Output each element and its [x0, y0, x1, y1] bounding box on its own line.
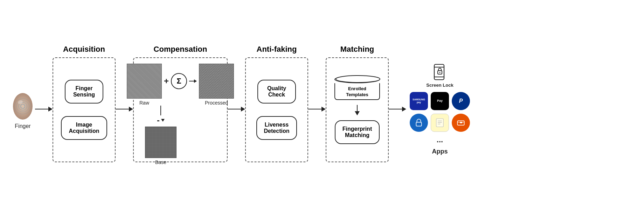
arrow-head — [48, 107, 53, 112]
antifaking-label: Anti-faking — [257, 45, 297, 54]
comp-upper: Raw + Σ — [127, 64, 234, 106]
fingerprint-matching-box: FingerprintMatching — [335, 120, 380, 144]
finger-label: Finger — [15, 123, 30, 129]
enrolled-label: EnrolledTemplates — [346, 86, 368, 98]
cylinder-body: EnrolledTemplates — [334, 83, 380, 100]
matching-stage: Matching EnrolledTemplates — [326, 45, 389, 162]
cylinder-top — [334, 76, 380, 83]
down-arrow-head — [355, 111, 360, 115]
down-arrow — [355, 105, 360, 115]
arrow-3 — [308, 107, 326, 112]
arrow-line — [35, 109, 48, 109]
secure-app-icon — [410, 114, 428, 132]
compensation-stage: Compensation Raw + — [133, 45, 228, 162]
arrow-line — [308, 109, 321, 109]
more-apps-dots: ... — [437, 135, 443, 144]
svg-point-11 — [439, 72, 440, 73]
processed-label: Processed — [205, 100, 228, 106]
main-diagram: Finger Acquisition FingerSensing ImageAc… — [0, 0, 644, 207]
base-image — [145, 127, 176, 158]
enrolled-templates-cylinder: EnrolledTemplates — [334, 76, 380, 100]
arrow-0 — [35, 107, 53, 112]
svg-point-0 — [13, 93, 33, 120]
matching-box: EnrolledTemplates FingerprintMatching — [326, 57, 389, 162]
samsung-pay-label: SAMSUNGpay — [413, 98, 425, 104]
svg-rect-13 — [436, 119, 443, 127]
second-apps-row — [410, 114, 470, 132]
apple-pay-icon: Pay — [431, 92, 449, 110]
wallet-app-icon — [452, 114, 470, 132]
arrow-2 — [228, 107, 245, 112]
plus-symbol: + — [164, 76, 169, 86]
image-acquisition-box: ImageAcquisition — [61, 116, 107, 140]
samsung-pay-icon: SAMSUNGpay — [410, 92, 428, 110]
svg-rect-7 — [434, 64, 444, 80]
arrow-line — [228, 109, 241, 109]
matching-label: Matching — [340, 45, 374, 54]
arrow-4 — [389, 107, 406, 112]
down-arrow-line — [357, 105, 358, 111]
arrow-line — [116, 109, 129, 109]
processed-image — [199, 64, 234, 99]
antifaking-stage: Anti-faking QualityCheck LivenessDetecti… — [245, 45, 308, 162]
notes-app-icon — [431, 114, 449, 132]
comp-inner: Raw + Σ — [138, 64, 223, 165]
svg-point-6 — [336, 76, 380, 83]
apps-section: Screen Lock SAMSUNGpay Pay P — [410, 63, 470, 155]
paypal-icon: P — [452, 92, 470, 110]
compensation-box: Raw + Σ — [133, 57, 228, 162]
finger-sensing-box: FingerSensing — [65, 80, 103, 104]
sigma-symbol: Σ — [176, 77, 181, 86]
acquisition-box: FingerSensing ImageAcquisition — [53, 57, 116, 162]
acquisition-stage: Acquisition FingerSensing ImageAcquisiti… — [53, 45, 116, 162]
acquisition-label: Acquisition — [63, 45, 105, 54]
svg-rect-12 — [416, 122, 421, 126]
arrow-1 — [116, 107, 133, 112]
minus-symbol: - — [157, 115, 160, 125]
liveness-detection-box: LivenessDetection — [256, 116, 297, 140]
payment-apps-row: SAMSUNGpay Pay P — [410, 92, 470, 110]
quality-check-box: QualityCheck — [257, 80, 296, 104]
vert-connector — [160, 106, 161, 115]
base-label: Base — [155, 159, 166, 165]
base-noise — [145, 127, 176, 158]
noise-overlay — [127, 64, 161, 98]
sigma-circle: Σ — [171, 73, 187, 89]
fp-overlay — [199, 64, 234, 98]
finger-image — [11, 89, 35, 120]
paypal-label: P — [459, 98, 463, 104]
raw-label: Raw — [139, 100, 149, 106]
arrow-head — [321, 107, 326, 112]
arrow-head — [241, 107, 245, 112]
apps-label: Apps — [432, 148, 448, 155]
arrow-line — [389, 109, 402, 109]
screen-lock-label: Screen Lock — [426, 83, 453, 88]
svg-rect-18 — [460, 122, 462, 123]
finger-section: Finger — [11, 89, 35, 129]
screen-lock-group: Screen Lock — [426, 63, 453, 88]
comp-lower: - Base — [145, 106, 176, 165]
arrow-head — [129, 107, 133, 112]
raw-image — [127, 64, 162, 99]
compensation-label: Compensation — [154, 45, 207, 54]
apple-pay-label: Pay — [437, 99, 443, 103]
arrow-head — [402, 107, 406, 112]
antifaking-box: QualityCheck LivenessDetection — [245, 57, 308, 162]
